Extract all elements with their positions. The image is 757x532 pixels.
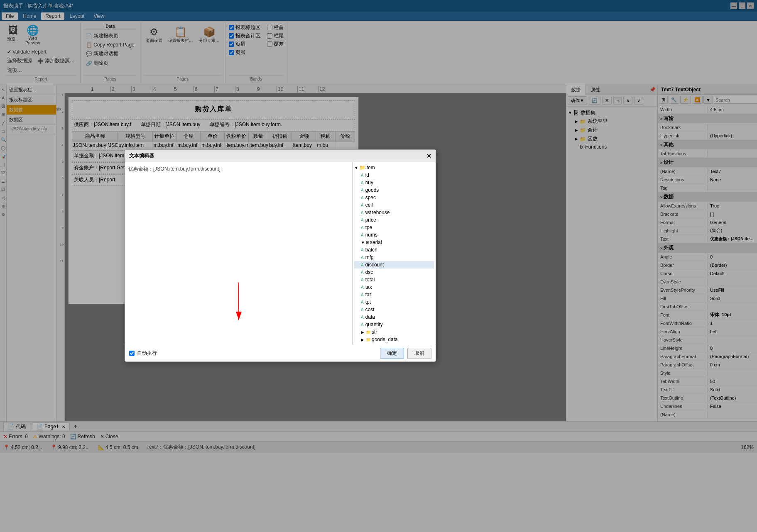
modal-tree-cost[interactable]: A cost xyxy=(354,306,434,313)
modal-tree-str[interactable]: ▶ 📁 str xyxy=(354,328,434,336)
modal-tree-root[interactable]: ▼ 📁 item xyxy=(354,164,434,171)
modal-tree-tpe-label: tpe xyxy=(364,225,372,230)
modal-title-bar: 文本编辑器 ✕ xyxy=(125,150,436,162)
red-arrow-svg xyxy=(222,278,255,328)
text-field-icon-cell: A xyxy=(361,203,364,207)
text-field-icon-nums: A xyxy=(361,233,364,237)
modal-text-input[interactable]: 优惠金额：[JSON.item.buy.form.discount] xyxy=(125,162,352,262)
modal-tree-quantity-label: quantity xyxy=(364,322,383,327)
text-field-icon-batch: A xyxy=(361,248,364,252)
modal-tree-spec[interactable]: A spec xyxy=(354,194,434,201)
modal-tree-batch-label: batch xyxy=(364,247,377,253)
modal-editor-area: 优惠金额：[JSON.item.buy.form.discount] xyxy=(125,162,353,345)
modal-tree-data[interactable]: A data xyxy=(354,313,434,321)
modal-cancel-button[interactable]: 取消 xyxy=(407,348,431,359)
modal-body: 优惠金额：[JSON.item.buy.form.discount] xyxy=(125,162,436,345)
text-field-icon-warehouse: A xyxy=(361,210,364,215)
modal-tree-serial-label: serial xyxy=(369,239,382,245)
modal-tree-root-icon: 📁 xyxy=(359,165,365,171)
modal-tree-cost-label: cost xyxy=(364,307,375,312)
modal-tree-goods-data[interactable]: ▶ 📁 goods_data xyxy=(354,336,434,343)
modal-tree-cell[interactable]: A cell xyxy=(354,201,434,209)
auto-execute-label: 自动执行 xyxy=(137,350,157,357)
modal-tree-id[interactable]: A id xyxy=(354,171,434,179)
text-field-icon-price: A xyxy=(361,218,364,222)
modal-tree-mfg[interactable]: A mfg xyxy=(354,254,434,261)
modal-tree-tat[interactable]: A tat xyxy=(354,291,434,298)
modal-tree-str-label: str xyxy=(371,329,377,335)
modal-title: 文本编辑器 xyxy=(129,152,154,159)
modal-tree-goods-data-label: goods_data xyxy=(371,337,398,342)
table-icon-serial: ⊞ xyxy=(366,240,369,245)
modal-tree-serial[interactable]: ▼ ⊞ serial xyxy=(354,239,434,246)
text-field-icon-buy: A xyxy=(361,181,364,185)
text-field-icon-id: A xyxy=(361,173,364,178)
modal-tree-mfg-label: mfg xyxy=(364,254,374,260)
modal-tree-area: ▼ 📁 item A id A buy A goods A xyxy=(353,162,436,345)
modal-tree-tpe[interactable]: A tpe xyxy=(354,224,434,231)
modal-tree-cell-label: cell xyxy=(364,202,373,208)
modal-tree-warehouse[interactable]: A warehouse xyxy=(354,209,434,216)
text-field-icon-mfg: A xyxy=(361,255,364,260)
modal-tree-tax-label: tax xyxy=(364,284,372,290)
text-field-icon-goods: A xyxy=(361,188,364,193)
modal-footer-right: 确定 取消 xyxy=(380,348,431,359)
modal-tree-batch[interactable]: A batch xyxy=(354,246,434,254)
text-field-icon-tpt: A xyxy=(361,300,364,305)
modal-confirm-button[interactable]: 确定 xyxy=(380,348,404,359)
modal-footer: 自动执行 确定 取消 xyxy=(125,345,436,361)
modal-tree-buy[interactable]: A buy xyxy=(354,179,434,186)
modal-tree-buy-label: buy xyxy=(364,180,373,185)
modal-overlay: 文本编辑器 ✕ 优惠金额：[JSON.item.buy.form.discoun… xyxy=(0,0,757,532)
text-field-icon-discount: A xyxy=(361,263,364,267)
modal-tree-nums-label: nums xyxy=(364,232,377,238)
text-field-icon-tax: A xyxy=(361,285,364,290)
modal-tree-root-label: item xyxy=(365,165,375,171)
text-field-icon-total: A xyxy=(361,278,364,282)
modal-tree-discount[interactable]: A discount xyxy=(354,261,434,268)
auto-execute-checkbox[interactable] xyxy=(129,351,135,356)
modal-tree-tpt[interactable]: A tpt xyxy=(354,298,434,306)
modal-tree-goods-label: goods xyxy=(364,187,379,193)
modal-tree-dsc-label: dsc xyxy=(364,269,373,275)
modal-tree-total[interactable]: A total xyxy=(354,276,434,283)
text-field-icon-tat: A xyxy=(361,293,364,297)
modal-tree-price[interactable]: A price xyxy=(354,216,434,224)
text-editor-modal: 文本编辑器 ✕ 优惠金额：[JSON.item.buy.form.discoun… xyxy=(125,149,436,362)
modal-tree-tpt-label: tpt xyxy=(364,299,371,305)
modal-tree-warehouse-label: warehouse xyxy=(364,210,390,215)
modal-tree-goods[interactable]: A goods xyxy=(354,186,434,194)
modal-close-button[interactable]: ✕ xyxy=(426,153,431,159)
text-field-icon-quantity: A xyxy=(361,322,364,327)
modal-footer-left: 自动执行 xyxy=(129,350,157,357)
modal-tree-id-label: id xyxy=(364,172,369,178)
text-field-icon-cost: A xyxy=(361,307,364,312)
modal-tree-tax[interactable]: A tax xyxy=(354,283,434,291)
modal-tree-price-label: price xyxy=(364,217,376,223)
modal-tree-dsc[interactable]: A dsc xyxy=(354,268,434,276)
modal-arrow-area xyxy=(125,262,352,345)
text-field-icon-spec: A xyxy=(361,195,364,200)
modal-tree-tat-label: tat xyxy=(364,292,371,298)
modal-tree-total-label: total xyxy=(364,277,375,283)
folder-icon-str: 📁 xyxy=(366,330,371,334)
text-field-icon-dsc: A xyxy=(361,270,364,275)
modal-tree-nums[interactable]: A nums xyxy=(354,231,434,239)
folder-icon-goods-data: 📁 xyxy=(366,337,371,342)
text-field-icon-tpe: A xyxy=(361,225,364,230)
modal-tree-discount-label: discount xyxy=(364,262,384,268)
modal-tree-spec-label: spec xyxy=(364,195,376,200)
modal-tree-data-label: data xyxy=(364,314,375,320)
text-field-icon-data: A xyxy=(361,315,364,320)
modal-tree-quantity[interactable]: A quantity xyxy=(354,321,434,328)
